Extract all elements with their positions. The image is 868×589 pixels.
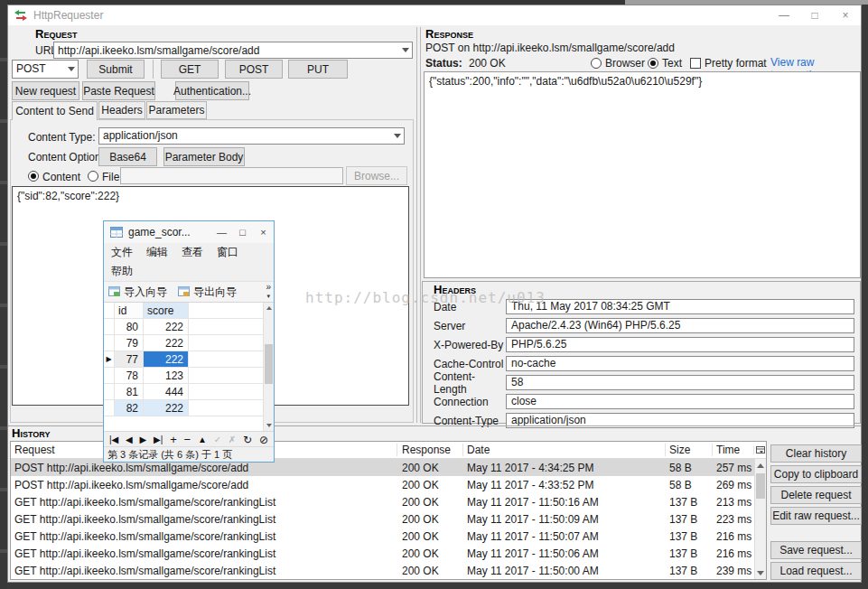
text-view-radio[interactable] [648,58,658,69]
prev-record-icon[interactable]: ◀ [126,435,133,444]
grid-row[interactable]: 81 444 [104,384,274,400]
put-button[interactable]: PUT [288,60,348,79]
url-input[interactable] [53,42,413,59]
post-edit-icon[interactable]: ▲ [198,435,207,444]
history-row[interactable]: GET http://api.ikeeko.lsm/smallgame/scor… [11,545,754,562]
tab-headers[interactable]: Headers [98,101,145,119]
grid-column-score[interactable]: score [144,303,189,319]
file-path-input[interactable] [120,167,343,184]
navicat-close-button[interactable]: × [253,227,274,238]
toolbar-overflow-button[interactable]: » ▾ [266,283,271,301]
base64-button[interactable]: Base64 [98,147,157,166]
add-record-icon[interactable]: + [170,433,177,446]
import-wizard-button[interactable]: 导入向导 [108,285,167,300]
history-row[interactable]: GET http://api.ikeeko.lsm/smallgame/scor… [11,562,754,579]
scroll-down-icon[interactable] [755,566,766,579]
column-header-date[interactable]: Date [462,444,665,456]
column-header-response[interactable]: Response [397,444,462,456]
content-type-select[interactable]: application/json [98,127,405,145]
header-value[interactable]: no-cache [506,356,854,371]
header-value[interactable]: close [506,394,854,409]
method-dropdown-arrow-icon[interactable] [68,67,75,71]
content-radio-label[interactable]: Content [42,171,80,183]
column-header-time[interactable]: Time [712,444,753,456]
load-request-button[interactable]: Load request... [770,562,862,580]
panel-splitter[interactable] [416,27,417,423]
text-view-radio-label[interactable]: Text [662,57,682,70]
pretty-format-label[interactable]: Pretty format [705,57,767,70]
edit-raw-request-button[interactable]: Edit raw request... [770,507,862,525]
cell-score[interactable]: 222 [144,319,189,335]
column-header-size[interactable]: Size [665,444,712,456]
url-dropdown-arrow-icon[interactable] [402,48,409,52]
header-value[interactable]: PHP/5.6.25 [506,337,854,352]
history-scrollbar[interactable] [754,459,766,579]
grid-row-selected[interactable]: ▶ 77 222 [104,351,274,368]
minimize-button[interactable]: — [769,5,799,25]
header-value[interactable]: Apache/2.4.23 (Win64) PHP/5.6.25 [506,318,854,333]
grid-column-id[interactable]: id [115,303,144,319]
get-button[interactable]: GET [161,60,219,79]
menu-file[interactable]: 文件 [111,245,133,260]
response-body-view[interactable]: {"status":200,"info":"","data":"\u6dfb\u… [424,71,861,278]
navicat-grid-scrollbar[interactable] [263,303,274,431]
navicat-minimize-button[interactable]: — [211,227,232,238]
header-value[interactable]: 58 [506,375,854,390]
content-radio[interactable] [28,171,39,182]
cell-id[interactable]: 80 [115,319,144,335]
close-button[interactable]: × [830,5,861,25]
maximize-button[interactable]: □ [799,5,830,25]
tab-parameters[interactable]: Parameters [146,101,207,119]
file-radio-label[interactable]: File [102,171,119,183]
content-type-dropdown-arrow-icon[interactable] [394,134,401,138]
delete-request-button[interactable]: Delete request [770,486,862,504]
menu-edit[interactable]: 编辑 [146,245,168,260]
tab-content-to-send[interactable]: Content to Send [12,101,98,120]
cell-score[interactable]: 444 [144,384,189,400]
cell-score-selected[interactable]: 222 [144,351,189,368]
last-record-icon[interactable]: ▶| [154,435,163,444]
cell-id[interactable]: 82 [115,400,144,416]
scrollbar-thumb[interactable] [756,473,765,499]
menu-view[interactable]: 查看 [182,245,203,260]
grid-row[interactable]: 80 222 [104,319,274,335]
authentication-button[interactable]: Authentication... [175,81,249,100]
cell-score[interactable]: 222 [144,400,189,416]
save-request-button[interactable]: Save request... [770,541,862,559]
browser-view-radio[interactable] [591,58,602,69]
export-wizard-button[interactable]: 导出向导 [178,285,237,300]
scroll-down-icon[interactable] [264,420,274,431]
submit-button[interactable]: Submit [87,60,145,79]
menu-window[interactable]: 窗口 [217,245,238,260]
refresh-icon[interactable]: ↻ [243,434,252,446]
column-chooser-icon[interactable] [753,446,766,454]
first-record-icon[interactable]: |◀ [109,435,118,444]
paste-request-button[interactable]: Paste Request [82,81,155,100]
history-row[interactable]: GET http://api.ikeeko.lsm/smallgame/scor… [11,493,754,510]
history-row[interactable]: GET http://api.ikeeko.lsm/smallgame/scor… [11,510,754,528]
stop-icon[interactable]: ⊘ [259,434,268,446]
next-record-icon[interactable]: ▶ [140,435,147,444]
post-button[interactable]: POST [225,60,283,79]
cell-id[interactable]: 79 [115,335,144,351]
cell-id[interactable]: 77 [115,351,144,368]
history-row[interactable]: GET http://api.ikeeko.lsm/smallgame/scor… [11,528,754,545]
grid-row-highlighted[interactable]: 82 222 [104,400,274,416]
scroll-up-icon[interactable] [264,303,274,313]
menu-help[interactable]: 帮助 [111,264,133,279]
browser-view-radio-label[interactable]: Browser [605,57,645,70]
new-request-button[interactable]: New request [12,81,79,100]
clear-history-button[interactable]: Clear history [770,444,862,463]
copy-to-clipboard-button[interactable]: Copy to clipboard [770,465,862,483]
cell-score[interactable]: 123 [144,368,189,384]
scrollbar-thumb[interactable] [265,344,273,384]
pretty-format-checkbox[interactable] [690,58,701,69]
grid-row[interactable]: 78 123 [104,368,274,384]
navicat-maximize-button[interactable]: □ [232,227,253,238]
parameter-body-button[interactable]: Parameter Body [163,147,245,166]
cell-id[interactable]: 81 [115,384,144,400]
grid-row[interactable]: 79 222 [104,335,274,351]
history-row[interactable]: POST http://api.ikeeko.lsm/smallgame/sco… [11,476,754,493]
scroll-up-icon[interactable] [755,459,766,472]
delete-record-icon[interactable]: − [184,433,191,446]
